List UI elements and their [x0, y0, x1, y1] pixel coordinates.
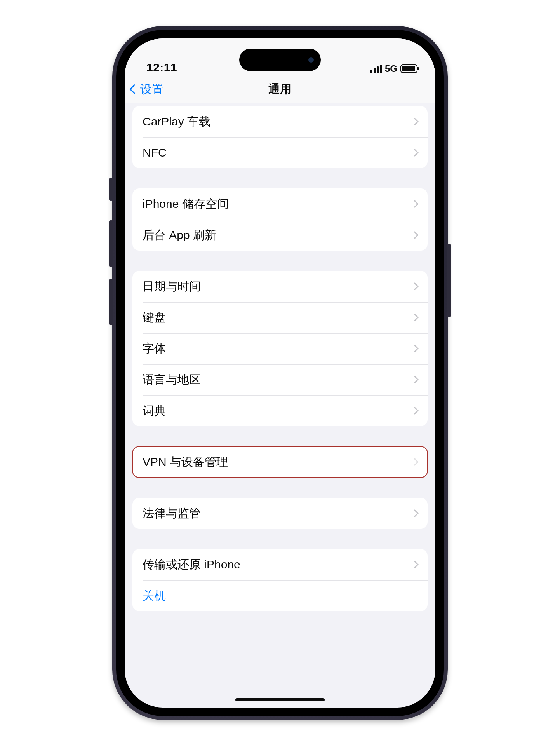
content[interactable]: CarPlay 车载 NFC iPhone 储存空间 后台 App 刷新 [125, 103, 435, 708]
group-vpn: VPN 与设备管理 [132, 446, 428, 478]
chevron-right-icon [411, 149, 419, 157]
screen: 12:11 5G 设置 通用 CarPlay 车载 [125, 38, 435, 708]
group-datetime-etc: 日期与时间 键盘 字体 语言与地区 [132, 271, 428, 426]
cell-vpn-device-management[interactable]: VPN 与设备管理 [132, 446, 428, 478]
cell-storage[interactable]: iPhone 储存空间 [132, 188, 428, 220]
back-button[interactable]: 设置 [131, 81, 163, 97]
cell-label: 语言与地区 [143, 372, 201, 388]
status-network: 5G [385, 63, 397, 74]
chevron-right-icon [411, 561, 419, 568]
volume-up-button [109, 220, 113, 267]
chevron-right-icon [411, 118, 419, 125]
back-label: 设置 [140, 81, 163, 97]
cell-fonts[interactable]: 字体 [132, 333, 428, 364]
cellular-signal-icon [370, 65, 382, 73]
cell-label: CarPlay 车载 [143, 114, 210, 130]
chevron-right-icon [411, 509, 419, 517]
cell-label: 法律与监管 [143, 505, 201, 521]
cell-shutdown[interactable]: 关机 [132, 580, 428, 611]
cell-label: VPN 与设备管理 [143, 454, 228, 470]
group-storage: iPhone 储存空间 后台 App 刷新 [132, 188, 428, 251]
dynamic-island [239, 49, 321, 71]
chevron-right-icon [411, 458, 419, 466]
cell-dictionary[interactable]: 词典 [132, 395, 428, 426]
group-carplay-nfc: CarPlay 车载 NFC [132, 106, 428, 168]
cell-label: 日期与时间 [143, 279, 201, 295]
cell-label: 键盘 [143, 310, 166, 326]
cell-label: 词典 [143, 403, 166, 419]
volume-down-button [109, 279, 113, 325]
chevron-left-icon [129, 84, 139, 94]
phone-frame: 12:11 5G 设置 通用 CarPlay 车载 [112, 26, 448, 720]
cell-label: NFC [143, 146, 167, 159]
cell-label: iPhone 储存空间 [143, 196, 229, 212]
nav-bar: 设置 通用 [125, 76, 435, 103]
silence-switch [109, 178, 113, 201]
chevron-right-icon [411, 345, 419, 352]
battery-icon [400, 64, 417, 73]
cell-carplay[interactable]: CarPlay 车载 [132, 106, 428, 137]
chevron-right-icon [411, 314, 419, 321]
chevron-right-icon [411, 376, 419, 383]
cell-keyboard[interactable]: 键盘 [132, 302, 428, 333]
cell-label: 后台 App 刷新 [143, 227, 216, 243]
group-legal: 法律与监管 [132, 498, 428, 529]
status-time: 12:11 [146, 61, 177, 74]
chevron-right-icon [411, 231, 419, 239]
chevron-right-icon [411, 407, 419, 415]
cell-language-region[interactable]: 语言与地区 [132, 364, 428, 395]
home-indicator[interactable] [235, 698, 325, 701]
power-button [447, 244, 451, 317]
cell-nfc[interactable]: NFC [132, 137, 428, 168]
page-title: 通用 [268, 81, 292, 97]
cell-background-refresh[interactable]: 后台 App 刷新 [132, 220, 428, 251]
group-transfer-shutdown: 传输或还原 iPhone 关机 [132, 549, 428, 611]
cell-transfer-reset[interactable]: 传输或还原 iPhone [132, 549, 428, 580]
cell-datetime[interactable]: 日期与时间 [132, 271, 428, 302]
cell-legal[interactable]: 法律与监管 [132, 498, 428, 529]
cell-label: 字体 [143, 341, 166, 357]
cell-label: 关机 [143, 588, 166, 604]
cell-label: 传输或还原 iPhone [143, 557, 240, 573]
chevron-right-icon [411, 200, 419, 208]
chevron-right-icon [411, 282, 419, 290]
